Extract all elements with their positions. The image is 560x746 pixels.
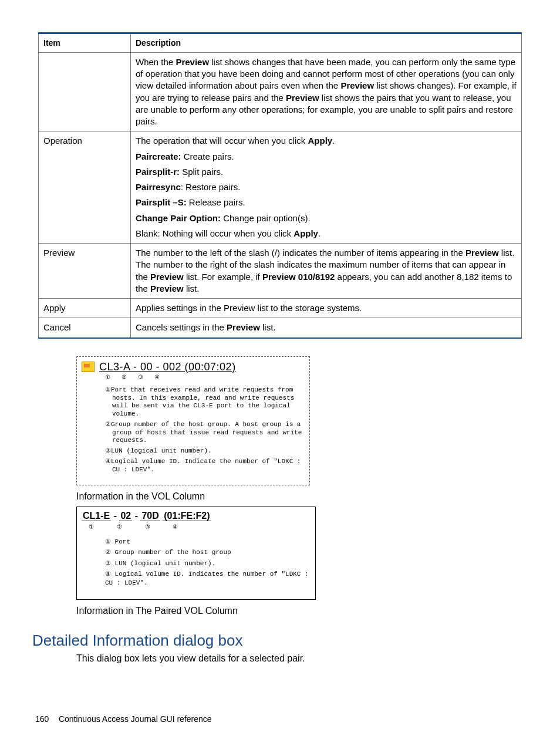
- item-cell-blank: [39, 52, 131, 131]
- description-table: Item Description When the Preview list s…: [38, 32, 522, 339]
- col-item-header: Item: [39, 33, 131, 53]
- item-operation: Operation: [39, 131, 131, 244]
- paired-vol-diagram: CL1-E - 02 - 70D (01:FE:F2) ① ② ③ ④ ① Po…: [76, 507, 316, 599]
- paired-note-2: ② Group number of the host group: [105, 548, 311, 557]
- page-footer: 160 Continuous Access Journal GUI refere…: [35, 714, 212, 724]
- vol-notes: ①Port that receives read and write reque…: [82, 386, 305, 474]
- vol-note-4: ④Logical volume ID. Indicate the number …: [105, 458, 305, 474]
- section-body: This dialog box lets you view details fo…: [76, 653, 522, 664]
- page: Item Description When the Preview list s…: [0, 0, 560, 746]
- paired-note-4: ④ Logical volume ID. Indicates the numbe…: [105, 570, 311, 588]
- desc-cancel: Cancels settings in the Preview list.: [131, 318, 522, 338]
- vol-note-2: ②Group number of the host group. A host …: [105, 421, 305, 445]
- vol-note-3: ③LUN (logical unit number).: [105, 447, 305, 455]
- paired-vol-notes: ① Port ② Group number of the host group …: [82, 538, 311, 588]
- table-row-operation: Operation The operation that will occur …: [39, 131, 522, 244]
- col-desc-header: Description: [131, 33, 522, 53]
- table-row-continued: When the Preview list shows changes that…: [39, 52, 522, 131]
- vol-column-diagram: CL3-A - 00 - 002 (00:07:02) ① ② ③ ④ ①Por…: [76, 356, 310, 486]
- table-row-cancel: Cancel Cancels settings in the Preview l…: [39, 318, 522, 338]
- vol-caption: Information in the VOL Column: [76, 491, 522, 502]
- paired-vol-caption: Information in The Paired VOL Column: [76, 606, 522, 616]
- desc-cell-continued: When the Preview list shows changes that…: [131, 52, 522, 131]
- item-cancel: Cancel: [39, 318, 131, 338]
- paired-note-1: ① Port: [105, 538, 311, 546]
- table-row-preview: Preview The number to the left of the sl…: [39, 244, 522, 299]
- vol-note-1: ①Port that receives read and write reque…: [105, 386, 305, 418]
- desc-apply: Applies settings in the Preview list to …: [131, 299, 522, 318]
- section-heading: Detailed Information dialog box: [32, 632, 522, 650]
- paired-note-3: ③ LUN (logical unit number).: [105, 559, 311, 568]
- item-apply: Apply: [39, 299, 131, 318]
- footer-title: Continuous Access Journal GUI reference: [59, 714, 212, 724]
- page-number: 160: [35, 714, 56, 724]
- item-preview: Preview: [39, 244, 131, 299]
- figure-vol-column: CL3-A - 00 - 002 (00:07:02) ① ② ③ ④ ①Por…: [76, 356, 522, 616]
- table-head-row: Item Description: [39, 33, 522, 53]
- vol-title-text: CL3-A - 00 - 002 (00:07:02): [99, 360, 236, 374]
- desc-operation: The operation that will occur when you c…: [131, 131, 522, 244]
- table-row-apply: Apply Applies settings in the Preview li…: [39, 299, 522, 318]
- volume-icon: [82, 362, 95, 372]
- desc-preview: The number to the left of the slash (/) …: [131, 244, 522, 299]
